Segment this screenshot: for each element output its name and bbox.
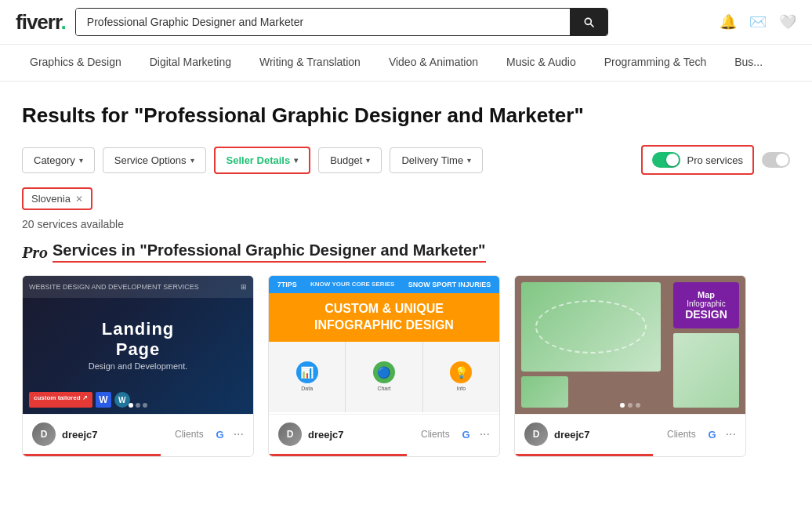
chevron-down-icon: ▾ <box>467 156 471 165</box>
results-title: Results for "Professional Graphic Design… <box>22 103 790 128</box>
messages-icon[interactable]: ✉️ <box>749 13 767 31</box>
card-1-clients-label: Clients <box>175 429 204 440</box>
card-3-red-bar <box>515 454 653 456</box>
nav-item-programming-tech[interactable]: Programming & Tech <box>590 45 720 81</box>
remove-filter-icon[interactable]: ✕ <box>75 194 83 205</box>
card2-main-text: CUSTOM & UNIQUE INFOGRAPHIC DESIGN <box>269 293 499 342</box>
card1-dots <box>129 403 147 408</box>
card-2-image[interactable]: 7TIPS KNOW YOUR CORE SERIES SNOW SPORT I… <box>269 276 499 414</box>
card3-dot-2 <box>628 403 633 408</box>
budget-filter[interactable]: Budget ▾ <box>318 147 382 173</box>
slovenia-filter-tag[interactable]: Slovenia ✕ <box>22 187 92 210</box>
delivery-time-filter[interactable]: Delivery Time ▾ <box>390 147 483 173</box>
card3-left <box>515 276 667 414</box>
nav-item-digital-marketing[interactable]: Digital Marketing <box>136 45 245 81</box>
service-options-filter[interactable]: Service Options ▾ <box>103 147 206 173</box>
header: fiverr. 🔔 ✉️ 🤍 <box>0 0 812 45</box>
chevron-down-icon: ▾ <box>190 156 194 165</box>
wordpress-icon: W <box>114 392 130 408</box>
card3-small-image <box>521 376 568 408</box>
card3-design-label: DESIGN <box>680 308 733 321</box>
logo[interactable]: fiverr. <box>16 10 66 34</box>
card-2-more-menu[interactable]: ··· <box>480 427 490 441</box>
filters-row: Category ▾ Service Options ▾ Seller Deta… <box>22 145 790 175</box>
card1-bottom-badges: custom tailored ↗ W W <box>29 392 130 408</box>
google-icon: G <box>213 427 227 441</box>
category-filter[interactable]: Category ▾ <box>22 147 95 173</box>
card2-circle-3: 💡 <box>450 361 472 383</box>
card-3-seller-name[interactable]: dreejc7 <box>554 429 661 441</box>
card1-main-text: Landing Page Design and Development. <box>81 319 196 371</box>
seller-details-filter[interactable]: Seller Details ▾ <box>214 147 311 174</box>
pro-services-toggle[interactable] <box>652 152 680 168</box>
card2-col-1: 📊 Data <box>269 342 346 412</box>
card2-col-3: 💡 Info <box>423 342 499 412</box>
card2-bg: 7TIPS KNOW YOUR CORE SERIES SNOW SPORT I… <box>269 276 499 414</box>
card-2-red-bar <box>269 454 407 456</box>
google-icon-3: G <box>705 427 720 441</box>
card2-circle-2: 🔵 <box>373 361 395 383</box>
card-2-clients-label: Clients <box>421 429 450 440</box>
card-3-avatar: D <box>524 423 548 446</box>
card3-infographic-label: Infographic <box>680 299 733 308</box>
card2-bottom: 📊 Data 🔵 Chart 💡 Info <box>269 342 499 412</box>
nav-item-writing-translation[interactable]: Writing & Translation <box>245 45 375 81</box>
card3-dot-1 <box>620 403 625 408</box>
word-icon: W <box>96 392 111 408</box>
card1-icon: ⊞ <box>241 283 247 291</box>
favorites-icon[interactable]: 🤍 <box>779 13 796 31</box>
dot-2 <box>136 403 140 408</box>
nav-item-music-audio[interactable]: Music & Audio <box>492 45 590 81</box>
pro-services-label: Pro services <box>687 154 743 166</box>
card-2-seller-name[interactable]: dreejc7 <box>308 429 415 441</box>
card-2-avatar: D <box>278 423 302 446</box>
extra-toggle[interactable] <box>762 152 790 168</box>
card3-map-label: Map <box>680 290 733 299</box>
nav-item-video-animation[interactable]: Video & Animation <box>375 45 492 81</box>
chevron-down-icon: ▾ <box>294 156 298 165</box>
card1-top-text: WEBSITE DESIGN AND DEVELOPMENT SERVICES <box>29 283 199 291</box>
filter-tag-label: Slovenia <box>31 193 71 205</box>
card-1-image[interactable]: WEBSITE DESIGN AND DEVELOPMENT SERVICES … <box>23 276 253 414</box>
card2-snow: SNOW SPORT INJURIES <box>408 281 491 288</box>
nav-item-business[interactable]: Bus... <box>720 45 777 81</box>
search-button[interactable] <box>570 9 607 35</box>
pro-services-toggle-wrapper[interactable]: Pro services <box>641 145 754 175</box>
nav-item-graphics-design[interactable]: Graphics & Design <box>16 45 136 81</box>
custom-tailored-badge: custom tailored ↗ <box>29 392 92 408</box>
card-2-footer: D dreejc7 Clients G ··· <box>269 414 499 454</box>
main-navigation: Graphics & Design Digital Marketing Writ… <box>0 45 812 82</box>
card-3-image[interactable]: Map Infographic DESIGN <box>515 276 745 414</box>
main-content: Results for "Professional Graphic Design… <box>0 82 812 457</box>
card-1-more-menu[interactable]: ··· <box>234 427 244 441</box>
header-icons: 🔔 ✉️ 🤍 <box>720 13 796 31</box>
search-bar <box>75 8 608 36</box>
card3-dot-3 <box>636 403 640 408</box>
service-card-1: WEBSITE DESIGN AND DEVELOPMENT SERVICES … <box>22 275 254 457</box>
chevron-down-icon: ▾ <box>366 156 370 165</box>
dot-3 <box>143 403 147 408</box>
card1-title1: Landing Page <box>81 319 196 360</box>
notifications-icon[interactable]: 🔔 <box>720 13 737 31</box>
service-card-2: 7TIPS KNOW YOUR CORE SERIES SNOW SPORT I… <box>268 275 500 457</box>
service-cards-row: WEBSITE DESIGN AND DEVELOPMENT SERVICES … <box>22 275 790 457</box>
dot-1 <box>129 403 133 408</box>
pro-section-title-text: Services in "Professional Graphic Design… <box>53 241 486 263</box>
active-filters: Slovenia ✕ <box>22 187 790 210</box>
card2-line1: CUSTOM & UNIQUE <box>274 301 495 317</box>
chevron-down-icon: ▾ <box>79 156 83 165</box>
service-card-3: Map Infographic DESIGN <box>514 275 746 457</box>
card-1-seller-name[interactable]: dreejc7 <box>62 429 169 441</box>
search-input[interactable] <box>76 9 570 35</box>
card-3-footer: D dreejc7 Clients G ··· <box>515 414 745 454</box>
card3-bg: Map Infographic DESIGN <box>515 276 745 414</box>
card-1-red-bar <box>23 454 161 456</box>
pro-section-heading: Pro Services in "Professional Graphic De… <box>22 241 790 263</box>
card3-map-visual <box>521 282 661 372</box>
card2-tips-subtitle: KNOW YOUR CORE SERIES <box>310 281 394 288</box>
card-3-more-menu[interactable]: ··· <box>726 427 736 441</box>
map-path <box>535 300 647 354</box>
card3-badge: Map Infographic DESIGN <box>673 282 739 328</box>
google-icon-2: G <box>459 427 473 441</box>
card-1-avatar: D <box>32 423 56 446</box>
